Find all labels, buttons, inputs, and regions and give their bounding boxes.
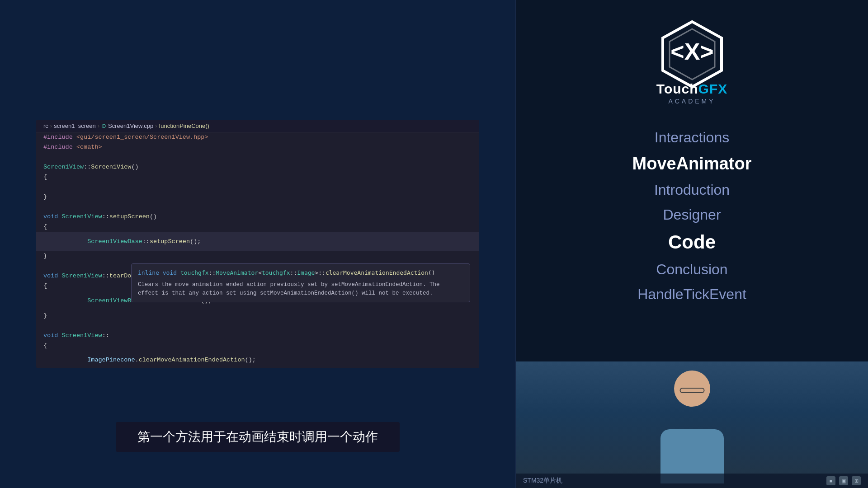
logo-academy-text: ACADEMY [668,98,715,105]
code-line: { [36,172,479,182]
breadcrumb-part-1: rc [43,122,48,129]
code-line [36,182,479,192]
person-head [674,371,710,407]
logo-area: <X> TouchGFX ACADEMY [656,0,728,118]
breadcrumb-part-4: Screen1View.cpp [108,122,153,129]
code-line: Screen1ViewBase::setupScreen(); [36,232,479,251]
code-line: #include <cmath> [36,142,479,152]
breadcrumb-bar: rc › screen1_screen › ⊙ Screen1View.cpp … [36,120,479,132]
code-line: } [36,192,479,202]
logo-container: <X> TouchGFX ACADEMY [656,18,728,105]
breadcrumb-part-3: ⊙ [101,122,106,129]
nav-item-conclusion: Conclusion [516,259,868,280]
camera-icon-2: ▣ [839,476,848,485]
camera-icon-1: ■ [826,476,835,485]
code-line [36,320,479,330]
nav-list: Interactions MoveAnimator Introduction D… [516,127,868,305]
code-line: } [36,310,479,320]
code-line [36,202,479,212]
code-line: { [36,222,479,232]
code-line [36,152,479,162]
breadcrumb-part-5: functionPineCone() [159,122,209,129]
nav-item-handletickevent: HandleTickEvent [516,284,868,305]
camera-icons: ■ ▣ ⊞ [826,476,861,485]
glasses-icon [679,388,704,393]
nav-item-code: Code [516,230,868,255]
logo-brand-text: TouchGFX [656,81,727,97]
code-line: void Screen1View::setupScreen() [36,212,479,222]
subtitle-bar: 第一个方法用于在动画结束时调用一个动作 [116,422,400,452]
code-line: ImagePinecone.clearMoveAnimationEndedAct… [36,350,479,366]
camera-feed: STM32单片机 ■ ▣ ⊞ [516,361,868,488]
camera-person [516,361,868,488]
main-area: rc › screen1_screen › ⊙ Screen1View.cpp … [0,0,515,488]
person-silhouette [647,366,737,483]
nav-item-interactions: Interactions [516,127,868,148]
code-line: } [36,251,479,261]
svg-text:<X>: <X> [670,38,713,65]
nav-item-designer: Designer [516,205,868,225]
nav-item-introduction: Introduction [516,180,868,200]
subtitle-text: 第一个方法用于在动画结束时调用一个动作 [137,430,378,444]
code-line: #include <gui/screen1_screen/Screen1View… [36,132,479,142]
camera-icon-3: ⊞ [852,476,861,485]
breadcrumb-part-2: screen1_screen [54,122,96,129]
code-line: { [36,340,479,350]
tooltip-popup: inline void touchgfx::MoveAnimator<touch… [131,263,470,302]
tooltip-desc: Clears the move animation ended action p… [138,281,463,298]
nav-item-moveanimator: MoveAnimator [516,152,868,175]
camera-label: STM32单片机 [523,477,562,485]
sidebar: <X> TouchGFX ACADEMY Interactions MoveAn… [515,0,868,488]
code-body: #include <gui/screen1_screen/Screen1View… [36,132,479,366]
camera-overlay: STM32单片机 ■ ▣ ⊞ [516,474,868,488]
code-line: void Screen1View:: [36,330,479,340]
code-editor: rc › screen1_screen › ⊙ Screen1View.cpp … [36,120,479,368]
touchgfx-logo-icon: <X> [656,18,728,90]
code-line: Screen1View::Screen1View() [36,162,479,172]
tooltip-title: inline void touchgfx::MoveAnimator<touch… [138,268,463,278]
